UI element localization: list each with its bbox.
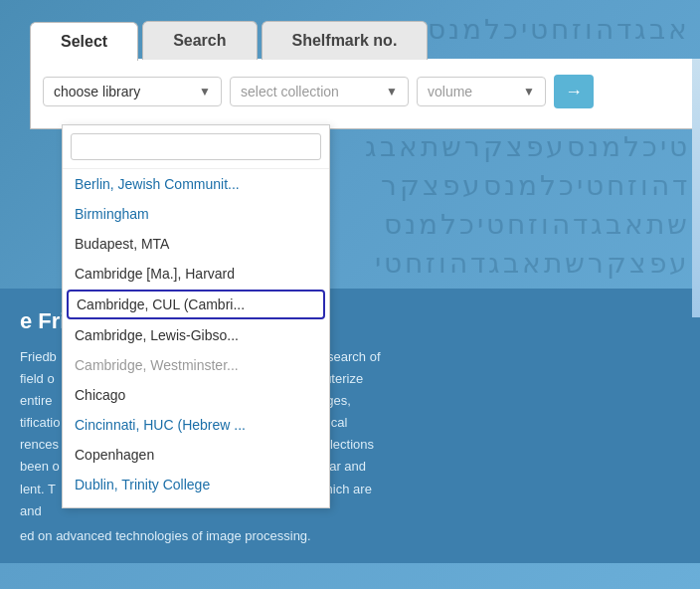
tab-shelfmark-label: Shelfmark no. — [292, 32, 398, 49]
list-item-cambridge-cul[interactable]: Cambridge, CUL (Cambri... — [67, 290, 325, 319]
tab-search[interactable]: Search — [142, 21, 257, 60]
and-word: and — [20, 503, 42, 518]
go-arrow-icon: → — [565, 82, 583, 102]
dropdown-scroll-list[interactable]: Berlin, Jewish Communit... Birmingham Bu… — [63, 169, 329, 507]
vertical-scrollbar[interactable] — [692, 59, 700, 317]
list-item[interactable]: Dublin, Trinity College — [63, 470, 329, 499]
collection-dropdown-arrow: ▼ — [386, 85, 398, 98]
volume-dropdown[interactable]: volume ▼ — [417, 77, 546, 106]
go-button[interactable]: → — [554, 75, 594, 108]
content-footer: ed on advanced technologies of image pro… — [20, 528, 680, 543]
collection-dropdown-label: select collection — [241, 84, 339, 99]
list-item[interactable]: Cambridge, Lewis-Gibso... — [63, 320, 329, 350]
list-item[interactable]: Budapest, MTA — [63, 229, 329, 259]
tab-search-label: Search — [173, 32, 226, 49]
list-item[interactable]: Berlin, Jewish Communit... — [63, 169, 329, 199]
tab-bar: Select Search Shelfmark no. — [30, 0, 428, 60]
volume-dropdown-arrow: ▼ — [523, 85, 535, 98]
library-dropdown-label: choose library — [54, 84, 140, 99]
list-item[interactable]: Cincinnati, HUC (Hebrew ... — [63, 410, 329, 440]
tab-select-label: Select — [61, 33, 107, 50]
library-dropdown-list: Berlin, Jewish Communit... Birmingham Bu… — [62, 124, 330, 508]
library-dropdown[interactable]: choose library ▼ — [43, 77, 222, 106]
collection-dropdown[interactable]: select collection ▼ — [230, 77, 409, 106]
list-item[interactable]: Cambridge [Ma.], Harvard — [63, 259, 329, 289]
controls-row: choose library ▼ select collection ▼ vol… — [43, 75, 693, 108]
tab-select[interactable]: Select — [30, 22, 138, 61]
dropdown-search-box — [63, 125, 329, 169]
volume-dropdown-label: volume — [428, 84, 472, 99]
list-item[interactable]: Cambridge, Westminster... — [63, 350, 329, 380]
main-panel: choose library ▼ select collection ▼ vol… — [30, 59, 700, 129]
list-item[interactable]: Birmingham — [63, 199, 329, 229]
list-item[interactable]: Copenhagen — [63, 440, 329, 470]
library-dropdown-arrow: ▼ — [199, 85, 211, 98]
list-item[interactable]: Durham, Duke University — [63, 499, 329, 507]
list-item[interactable]: Chicago — [63, 380, 329, 410]
dropdown-search-input[interactable] — [71, 133, 321, 160]
tab-shelfmark[interactable]: Shelfmark no. — [262, 21, 429, 60]
